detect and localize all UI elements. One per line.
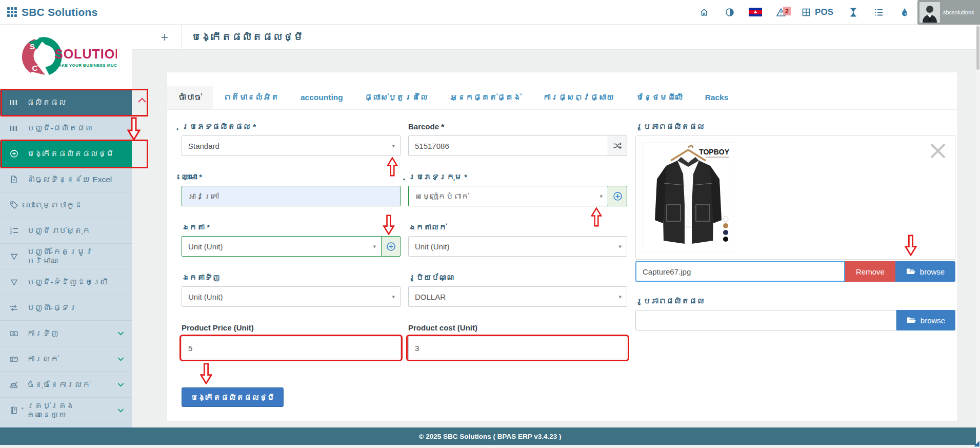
sidebar-item-accounting-management[interactable]: គ្រប់គ្រងគណនេយ្យ [0,398,132,423]
sidebar-item-label: ការលក់ [27,355,58,364]
group-select[interactable]: សម្លៀកបំពាក់ ▾ [408,186,608,206]
transfer-arrows-icon [9,304,19,312]
svg-text:2: 2 [10,231,12,235]
new-tab-button[interactable]: + [132,25,182,49]
caret-down-icon: ▾ [618,294,622,300]
brand-title: SBC Solutions [22,6,97,18]
currency-select[interactable]: DOLLAR ▾ [408,286,627,307]
home-icon[interactable] [691,0,717,25]
product-image-label: រូបភាពផលិតផល [635,122,955,131]
currency-value: DOLLAR [415,293,446,301]
sidebar-item-sales[interactable]: $ ការលក់ [0,346,132,372]
footer: © 2025 SBC Solutions ( BPAS ERP v3.4.23 … [0,427,980,445]
sidebar-item-label: បញ្ជី-ទំនិញដកប្រើ [27,278,109,287]
app-window: SBC Solutions 2 POS [0,0,980,448]
cost-input[interactable] [408,337,627,359]
name-input[interactable] [182,186,401,206]
sidebar-item-import-excel[interactable]: នាំចូលទិន្នន័យ Excel [0,167,132,192]
caret-down-icon: ▾ [599,193,603,200]
generate-barcode-button[interactable] [608,135,627,156]
field-price: Product Price (Unit) [182,323,401,359]
form-card: ចាំបាច់ ពត៌មានលំអិត accounting ផ្លាស់ប្ត… [167,72,958,422]
product-type-select[interactable]: Standard ▾ [182,135,401,156]
user-menu[interactable]: sbcsolutions [917,0,980,25]
sidebar-item-stock-count-list[interactable]: 12 បញ្ជីរាប់ស្តុក [0,218,132,244]
price-input[interactable] [182,337,401,359]
browse-label: browse [921,316,945,325]
sidebar-item-purchases[interactable]: ការទិញ [0,321,132,346]
barcode-input[interactable] [408,135,608,156]
tab-promotion[interactable]: ការផ្សព្វផ្សាយ [532,86,625,109]
sidebar-item-products[interactable]: ផលិតផល [0,90,132,115]
sidebar-item-label: បញ្ជី-កែតម្រូវបរិមាណ [27,247,125,266]
add-group-button[interactable] [608,186,627,206]
svg-text:SOLUTIONS: SOLUTIONS [54,47,117,61]
field-currency: រូបិយប័ណ្ណ DOLLAR ▾ [408,272,627,307]
product-type-value: Standard [188,142,219,150]
droplet-icon[interactable] [892,0,917,25]
unit-select[interactable]: Unit (Unit) ▾ [182,236,382,257]
tab-additional[interactable]: បន្ថែមពីលើ [625,86,694,109]
group-value: សម្លៀកបំពាក់ [415,192,469,201]
sidebar-item-label: ការទិញ [27,329,58,338]
add-unit-button[interactable] [381,236,401,257]
tag-icon [9,201,19,209]
sidebar-item-point-of-sale[interactable]: ចំនុចនៃការលក់ [0,372,132,398]
chevron-down-icon [117,407,125,414]
money-icon [9,329,19,338]
hourglass-icon[interactable] [841,0,866,25]
svg-text:$: $ [11,357,13,361]
main-area: + បង្កើតផលិតផលថ្មី ចាំបាច់ ពត៌មានលំអិត a… [132,25,980,427]
contrast-icon[interactable] [717,0,743,25]
sale-unit-label: ឯកតាលក់ [408,222,627,232]
tab-suppliers[interactable]: អ្នកផ្គត់ផ្គង់ [439,86,532,109]
product-type-label: ប្រភេទផលិតផល * [182,122,401,131]
brand[interactable]: SBC Solutions [0,6,97,18]
field-purchase-unit: ឯកតាទិញ Unit (Unit) ▾ [182,272,401,307]
field-cost: Product cost (Unit) [408,323,627,359]
tab-price-change[interactable]: ផ្លាស់ប្តូរតំលៃ [354,86,439,109]
field-group: ប្រភេទក្រុម * សម្លៀកបំពាក់ ▾ [408,172,627,206]
pos-button[interactable]: POS [794,7,841,17]
purchase-unit-label: ឯកតាទិញ [182,272,401,282]
sidebar-item-quantity-adjust-list[interactable]: បញ្ជី-កែតម្រូវបរិមាណ [0,244,132,269]
scrollbar-thumb[interactable] [976,26,979,70]
cambodia-flag-icon[interactable] [743,0,768,25]
plus-circle-icon [386,242,396,251]
tab-details[interactable]: ពត៌មានលំអិត [213,86,290,109]
close-icon[interactable] [928,141,948,163]
list-icon[interactable] [866,0,892,25]
svg-text:C: C [32,64,37,72]
caret-down-icon: ▾ [392,143,395,149]
svg-text:B: B [39,51,45,60]
sidebar-item-product-list[interactable]: បញ្ជី-ផលិតផល [0,115,132,141]
scroll-corner-marker [974,441,979,446]
purchase-unit-select[interactable]: Unit (Unit) ▾ [182,286,401,307]
alert-triangle-icon[interactable]: 2 [768,0,794,25]
barcode-icon [9,99,19,107]
plus-circle-icon [9,149,19,158]
apps-grid-icon [7,7,17,17]
image-filename-input-2[interactable] [635,310,896,330]
sale-unit-select[interactable]: Unit (Unit) ▾ [408,236,627,257]
create-product-submit-button[interactable]: បង្កើតផលិតផលថ្មី [182,387,284,407]
tab-racks[interactable]: Racks [694,86,739,109]
image-filename-input[interactable] [635,261,845,282]
sidebar-item-transfer-list[interactable]: បញ្ជី-ផ្ទេរ [0,295,132,321]
browse-image-button[interactable]: browse [895,261,955,282]
tab-required[interactable]: ចាំបាច់ [167,86,213,109]
header-actions: 2 POS sbcsolutions [691,0,980,25]
sale-unit-value: Unit (Unit) [415,242,450,251]
scrollbar-track[interactable] [976,25,980,448]
remove-image-button[interactable]: Remove [845,261,895,282]
browse-image-button-2[interactable]: browse [896,310,955,330]
sidebar-item-goods-withdraw-list[interactable]: បញ្ជី-ទំនិញដកប្រើ [0,269,132,295]
svg-text:MAKE YOUR BUSINESS MUCH EASIER: MAKE YOUR BUSINESS MUCH EASIER [55,63,117,68]
plus-icon: + [161,30,168,45]
sidebar-item-create-product[interactable]: បង្កើតផលិតផលថ្មី [0,141,132,167]
tab-accounting[interactable]: accounting [290,86,354,109]
currency-label: រូបិយប័ណ្ណ [408,272,627,282]
funnel-icon [9,252,19,261]
field-barcode: Barcode * [408,122,627,156]
sidebar-item-print-barcode[interactable]: បោះពុម្ពបាកូដ [0,192,132,218]
